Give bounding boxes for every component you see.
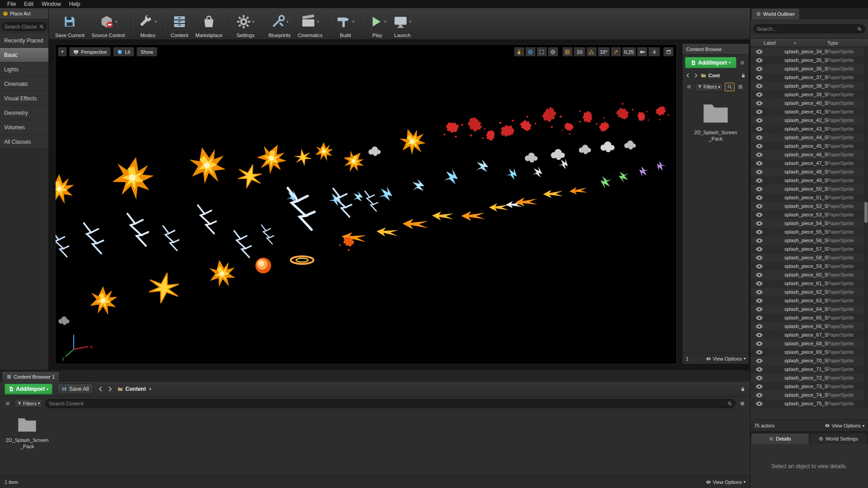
category-recently-placed[interactable]: Recently Placed (0, 33, 48, 48)
visibility-eye-icon[interactable] (756, 238, 763, 243)
outliner-row[interactable]: splash_piece_41_SpPaperSprite (750, 108, 868, 116)
outliner-row[interactable]: splash_piece_47_SpPaperSprite (750, 159, 868, 168)
visibility-eye-icon[interactable] (756, 204, 763, 209)
outliner-row[interactable]: splash_piece_63_SpPaperSprite (750, 296, 868, 305)
outliner-row[interactable]: splash_piece_73_SpPaperSprite (750, 382, 868, 391)
outliner-row[interactable]: splash_piece_60_SpPaperSprite (750, 271, 868, 279)
place-actors-search-input[interactable] (5, 24, 38, 29)
lock-icon[interactable] (741, 73, 746, 78)
visibility-eye-icon[interactable] (756, 367, 763, 372)
outliner-row[interactable]: splash_piece_52_SpPaperSprite (750, 202, 868, 211)
sources-toggle-button[interactable] (685, 82, 693, 91)
modes-button[interactable]: ▾Modes (135, 9, 160, 39)
scrollbar-thumb[interactable] (864, 202, 868, 223)
scale-snap-value[interactable]: 0,25 (622, 47, 636, 56)
outliner-row[interactable]: splash_piece_37_SpPaperSprite (750, 73, 868, 82)
visibility-eye-icon[interactable] (756, 307, 763, 312)
visibility-eye-icon[interactable] (756, 264, 763, 269)
visibility-eye-icon[interactable] (756, 272, 763, 277)
camera-speed-button[interactable] (637, 47, 647, 56)
outliner-row[interactable]: splash_piece_45_SpPaperSprite (750, 142, 868, 150)
visibility-eye-icon[interactable] (756, 161, 763, 166)
visibility-eye-icon[interactable] (756, 393, 763, 398)
visibility-eye-icon[interactable] (756, 401, 763, 406)
folder-tile-2d-splash-screen-pack[interactable]: 2D_Splash_Screen_Pack (686, 99, 745, 142)
outliner-row[interactable]: splash_piece_66_SpPaperSprite (750, 322, 868, 331)
source-control-button[interactable]: ▾Source Control (88, 9, 128, 39)
outliner-row[interactable]: splash_piece_53_SpPaperSprite (750, 211, 868, 219)
outliner-row[interactable]: splash_piece_70_SpPaperSprite (750, 357, 868, 365)
save-current-button[interactable]: Save Current (52, 9, 88, 39)
scale-snap-button[interactable] (611, 47, 621, 56)
visibility-eye-icon[interactable] (756, 281, 763, 286)
outliner-row[interactable]: splash_piece_61_SpPaperSprite (750, 279, 868, 288)
visibility-eye-icon[interactable] (756, 127, 763, 131)
visibility-eye-icon[interactable] (756, 84, 763, 89)
tab-world-settings[interactable]: World Settings (810, 433, 867, 444)
back-arrow-icon[interactable] (685, 73, 691, 78)
visibility-eye-icon[interactable] (756, 144, 763, 149)
grid-snap-button[interactable] (562, 47, 573, 56)
angle-snap-value[interactable]: 10° (598, 47, 610, 56)
menu-edit[interactable]: Edit (20, 0, 37, 8)
build-button[interactable]: ▾Build (333, 9, 358, 39)
visibility-eye-icon[interactable] (756, 212, 763, 217)
place-actors-tab[interactable]: Place Act (0, 8, 48, 19)
outliner-row[interactable]: splash_piece_50_SpPaperSprite (750, 185, 868, 193)
visibility-eye-icon[interactable] (756, 230, 763, 235)
outliner-row[interactable]: splash_piece_67_SpPaperSprite (750, 331, 868, 339)
show-button[interactable]: Show (137, 47, 157, 56)
visibility-eye-icon[interactable] (756, 333, 763, 338)
category-geometry[interactable]: Geometry (0, 106, 48, 120)
filters-button[interactable]: Filters ▾ (14, 399, 42, 408)
outliner-row[interactable]: splash_piece_49_SpPaperSprite (750, 176, 868, 185)
category-all-classes[interactable]: All Classes (0, 135, 48, 149)
menu-file[interactable]: File (4, 0, 19, 8)
view-settings-button[interactable] (738, 399, 746, 408)
outliner-row[interactable]: splash_piece_43_SpPaperSprite (750, 125, 868, 133)
visibility-eye-icon[interactable] (756, 350, 763, 355)
outliner-row[interactable]: splash_piece_75_SpPaperSprite (750, 399, 868, 408)
visibility-eye-icon[interactable] (756, 375, 763, 380)
outliner-row[interactable]: splash_piece_55_SpPaperSprite (750, 228, 868, 236)
visibility-eye-icon[interactable] (756, 358, 763, 363)
outliner-row[interactable]: splash_piece_42_SpPaperSprite (750, 116, 868, 125)
outliner-row[interactable]: splash_piece_56_SpPaperSprite (750, 236, 868, 245)
lock-icon[interactable] (740, 386, 745, 392)
visibility-eye-icon[interactable] (756, 324, 763, 329)
outliner-scrollbar[interactable] (864, 47, 868, 408)
outliner-row[interactable]: splash_piece_74_SpPaperSprite (750, 391, 868, 399)
outliner-row[interactable]: splash_piece_62_SpPaperSprite (750, 288, 868, 296)
view-options-button[interactable]: View Options ▾ (825, 423, 864, 428)
back-arrow-icon[interactable] (98, 386, 104, 392)
visibility-eye-icon[interactable] (756, 118, 763, 123)
forward-arrow-icon[interactable] (107, 386, 113, 392)
outliner-row[interactable]: splash_piece_48_SpPaperSprite (750, 168, 868, 176)
outliner-row[interactable]: splash_piece_58_SpPaperSprite (750, 253, 868, 262)
maximize-viewport-button[interactable] (663, 47, 674, 56)
column-header-type[interactable]: Type (827, 40, 838, 46)
outliner-row[interactable]: splash_piece_51_SpPaperSprite (750, 193, 868, 202)
visibility-eye-icon[interactable] (756, 75, 763, 80)
visibility-eye-icon[interactable] (756, 341, 763, 346)
outliner-row[interactable]: splash_piece_57_SpPaperSprite (750, 245, 868, 253)
search-assets-button[interactable] (725, 83, 735, 91)
outliner-row[interactable]: splash_piece_71_SpPaperSprite (750, 365, 868, 374)
add-import-button[interactable]: Add/Import ▾ (5, 384, 52, 394)
visibility-eye-icon[interactable] (756, 221, 763, 226)
visibility-eye-icon[interactable] (756, 58, 763, 63)
outliner-row[interactable]: splash_piece_59_SpPaperSprite (750, 262, 868, 271)
blueprints-button[interactable]: ▾Blueprints (265, 9, 294, 39)
gameview-button[interactable] (514, 47, 524, 56)
visibility-eye-icon[interactable] (756, 66, 763, 71)
visibility-eye-icon[interactable] (756, 101, 763, 106)
visibility-eye-icon[interactable] (756, 255, 763, 260)
outliner-row[interactable]: splash_piece_65_SpPaperSprite (750, 314, 868, 322)
visibility-eye-icon[interactable] (756, 169, 763, 174)
visibility-eye-icon[interactable] (756, 290, 763, 295)
view-settings-button[interactable] (736, 82, 745, 91)
world-outliner-tab[interactable]: World Outliner (752, 9, 799, 19)
expand-button[interactable] (537, 47, 547, 56)
visibility-eye-icon[interactable] (756, 384, 763, 389)
marketplace-button[interactable]: Marketplace (192, 9, 226, 39)
